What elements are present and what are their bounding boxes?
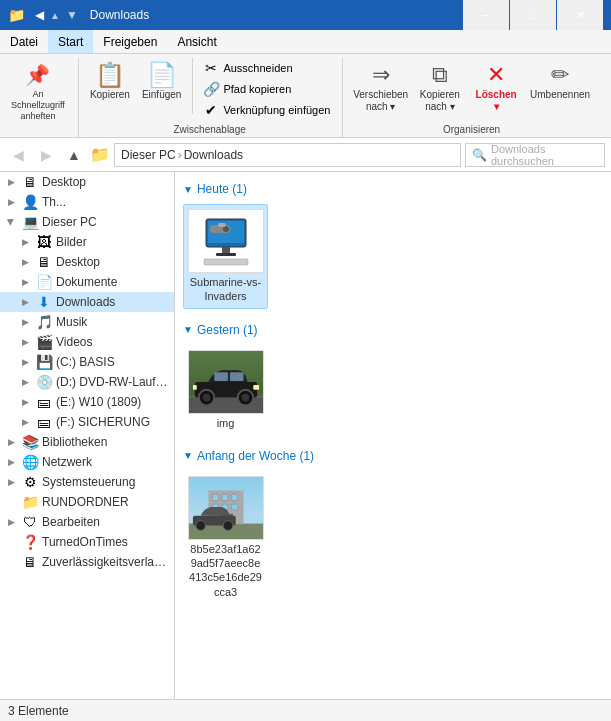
sidebar-item-desktop-sub[interactable]: ▶ 🖥 Desktop xyxy=(0,252,174,272)
desktop-icon: 🖥 xyxy=(22,174,38,190)
svg-point-17 xyxy=(241,393,249,401)
group-header-gestern[interactable]: ▼ Gestern (1) xyxy=(183,317,603,341)
copy-to-icon: ⧉ xyxy=(432,61,448,89)
sidebar-item-basis[interactable]: ▶ 💾 (C:) BASIS xyxy=(0,352,174,372)
rename-button[interactable]: ✏ Umbenennen xyxy=(526,58,593,104)
pin-button[interactable]: 📌 An Schnellzugriffanheften xyxy=(6,58,70,124)
sidebar-item-systemsteuerung[interactable]: ▶ ⚙ Systemsteuerung xyxy=(0,472,174,492)
expand-icon: ▶ xyxy=(4,455,18,469)
sidebar-item-dokumente[interactable]: ▶ 📄 Dokumente xyxy=(0,272,174,292)
file-item-hash[interactable]: 8b5e23af1a629ad5f7aeec8e413c5e16de29cca3 xyxy=(183,471,268,604)
expand-icon: ▶ xyxy=(18,415,32,429)
sidebar-item-bilder[interactable]: ▶ 🖼 Bilder xyxy=(0,232,174,252)
move-to-button[interactable]: ⇒ Verschiebennach ▾ xyxy=(349,58,411,116)
forward-button[interactable]: ▶ xyxy=(34,143,58,167)
paste-button[interactable]: 📋 Kopieren xyxy=(85,58,135,120)
svg-rect-28 xyxy=(231,504,237,510)
copy-to-button[interactable]: ⧉ Kopierennach ▾ xyxy=(414,58,466,116)
sidebar-item-musik[interactable]: ▶ 🎵 Musik xyxy=(0,312,174,332)
rename-icon: ✏ xyxy=(551,61,569,89)
menu-bar: Datei Start Freigeben Ansicht xyxy=(0,30,611,54)
svg-rect-23 xyxy=(212,494,218,500)
sidebar-item-desktop-top[interactable]: ▶ 🖥 Desktop xyxy=(0,172,174,192)
group-header-anfang[interactable]: ▼ Anfang der Woche (1) xyxy=(183,443,603,467)
svg-rect-18 xyxy=(253,385,259,390)
menu-datei[interactable]: Datei xyxy=(0,30,48,53)
file-item-submarine[interactable]: Submarine-vs-Invaders xyxy=(183,204,268,309)
shortcut-button[interactable]: ✔ Verknüpfung einfügen xyxy=(199,100,334,120)
dvdrw-icon: 💿 xyxy=(36,374,52,390)
files-grid-anfang: 8b5e23af1a629ad5f7aeec8e413c5e16de29cca3 xyxy=(183,467,603,612)
pin-icon: 📌 xyxy=(25,61,50,89)
copy-path-icon: 🔗 xyxy=(203,81,219,97)
breadcrumb-downloads[interactable]: Downloads xyxy=(184,148,243,162)
file-item-img[interactable]: img xyxy=(183,345,268,435)
sidebar-item-rundordner[interactable]: 📁 RUNDORDNER xyxy=(0,492,174,512)
sidebar-label-musik: Musik xyxy=(56,315,87,329)
expand-icon: ▶ xyxy=(4,215,18,229)
sidebar-item-dvdrw[interactable]: ▶ 💿 (D:) DVD-RW-Laufwerk xyxy=(0,372,174,392)
svg-point-31 xyxy=(195,521,205,531)
search-icon: 🔍 xyxy=(472,148,487,162)
expand-icon: ▶ xyxy=(18,375,32,389)
sidebar-label-dieser-pc: Dieser PC xyxy=(42,215,97,229)
sidebar-item-bibliotheken[interactable]: ▶ 📚 Bibliotheken xyxy=(0,432,174,452)
group-title-heute: Heute (1) xyxy=(197,182,247,196)
copy-path-button[interactable]: 🔗 Pfad kopieren xyxy=(199,79,334,99)
sidebar-item-w10[interactable]: ▶ 🖴 (E:) W10 (1809) xyxy=(0,392,174,412)
delete-button[interactable]: ✕ Löschen ▾ xyxy=(468,58,525,116)
copy-button[interactable]: 📄 Einfügen xyxy=(137,58,186,120)
car-svg xyxy=(189,350,263,414)
user-icon: 👤 xyxy=(22,194,38,210)
expand-icon: ▶ xyxy=(18,355,32,369)
shortcut-label: Verknüpfung einfügen xyxy=(223,104,330,116)
breadcrumb-dieser-pc[interactable]: Dieser PC xyxy=(121,148,176,162)
svg-rect-24 xyxy=(222,494,228,500)
sidebar-label-bearbeiten: Bearbeiten xyxy=(42,515,100,529)
videos-icon: 🎬 xyxy=(36,334,52,350)
group-header-heute[interactable]: ▼ Heute (1) xyxy=(183,176,603,200)
title-bar-window-controls: ─ □ ✕ xyxy=(463,0,603,30)
sidebar-item-sicherung[interactable]: ▶ 🖴 (F:) SICHERUNG xyxy=(0,412,174,432)
expand-icon: ▶ xyxy=(18,295,32,309)
dokumente-icon: 📄 xyxy=(36,274,52,290)
cut-icon: ✂ xyxy=(203,60,219,76)
basis-icon: 💾 xyxy=(36,354,52,370)
rundordner-icon: 📁 xyxy=(22,494,38,510)
close-button[interactable]: ✕ xyxy=(557,0,603,30)
svg-rect-19 xyxy=(192,385,196,390)
menu-ansicht[interactable]: Ansicht xyxy=(167,30,226,53)
sidebar-item-videos[interactable]: ▶ 🎬 Videos xyxy=(0,332,174,352)
back-button[interactable]: ◀ xyxy=(6,143,30,167)
status-bar: 3 Elemente xyxy=(0,699,611,721)
copy-to-label: Kopierennach ▾ xyxy=(420,89,460,113)
paste-label: Kopieren xyxy=(90,89,130,101)
cut-button[interactable]: ✂ Ausschneiden xyxy=(199,58,334,78)
file-thumb-submarine xyxy=(188,209,264,273)
expand-icon: ▶ xyxy=(4,515,18,529)
minimize-button[interactable]: ─ xyxy=(463,0,509,30)
up-button[interactable]: ▲ xyxy=(62,143,86,167)
ribbon-group-pin: 📌 An Schnellzugriffanheften xyxy=(6,58,79,137)
sidebar-item-downloads[interactable]: ▶ ⬇ Downloads xyxy=(0,292,174,312)
menu-start[interactable]: Start xyxy=(48,30,93,53)
sidebar-item-bearbeiten[interactable]: ▶ 🛡 Bearbeiten xyxy=(0,512,174,532)
sidebar-label-sicherung: (F:) SICHERUNG xyxy=(56,415,150,429)
building-svg xyxy=(189,476,263,540)
sidebar-item-user[interactable]: ▶ 👤 Th... xyxy=(0,192,174,212)
sidebar-item-dieser-pc[interactable]: ▶ 💻 Dieser PC xyxy=(0,212,174,232)
netzwerk-icon: 🌐 xyxy=(22,454,38,470)
sidebar-item-turnedon[interactable]: ❓ TurnedOnTimes xyxy=(0,532,174,552)
sidebar-item-netzwerk[interactable]: ▶ 🌐 Netzwerk xyxy=(0,452,174,472)
pc-icon: 💻 xyxy=(22,214,38,230)
menu-freigeben[interactable]: Freigeben xyxy=(93,30,167,53)
sidebar-label-dvdrw: (D:) DVD-RW-Laufwerk xyxy=(56,375,170,389)
search-box[interactable]: 🔍 Downloads durchsuchen xyxy=(465,143,605,167)
sidebar-label-turnedon: TurnedOnTimes xyxy=(42,535,128,549)
breadcrumb[interactable]: Dieser PC › Downloads xyxy=(114,143,461,167)
expand-icon: ▶ xyxy=(18,255,32,269)
sicherung-icon: 🖴 xyxy=(36,414,52,430)
copy-label: Einfügen xyxy=(142,89,181,101)
sidebar-item-zuverlass[interactable]: 🖥 Zuverlässigkeitsverlauf 2 (löschen) xyxy=(0,552,174,572)
maximize-button[interactable]: □ xyxy=(510,0,556,30)
